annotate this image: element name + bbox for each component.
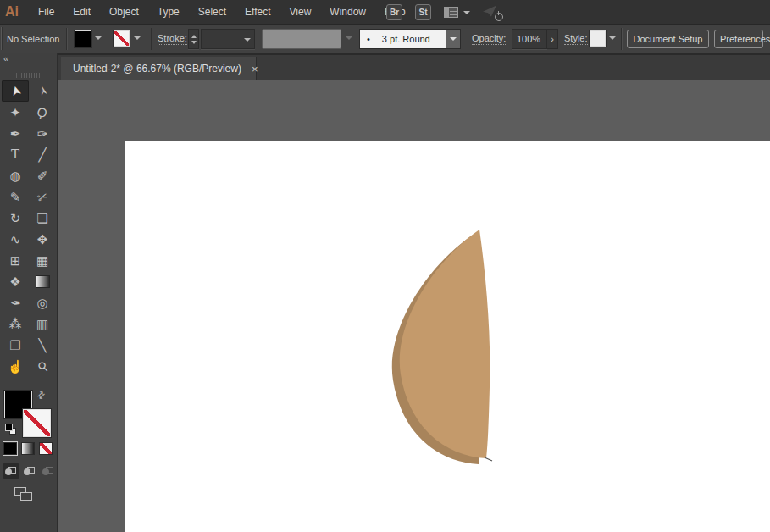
tab-close-icon[interactable]: × <box>252 64 258 75</box>
artboard-tool[interactable]: ❒ <box>2 335 29 356</box>
pen-tool[interactable]: ✒ <box>2 123 29 144</box>
free-transform-tool-icon: ✥ <box>37 233 48 246</box>
gradient-mode-button[interactable] <box>21 442 35 455</box>
scissors-tool[interactable]: ✂ <box>29 186 56 208</box>
control-bar-grip[interactable] <box>1 27 4 50</box>
style-swatch[interactable] <box>590 30 606 47</box>
preferences-button[interactable]: Preferences <box>714 30 763 48</box>
brush-definition-combo[interactable]: • 3 pt. Round <box>359 29 446 49</box>
free-transform-tool[interactable]: ✥ <box>29 229 56 250</box>
zoom-tool-icon: ⚲ <box>35 358 50 374</box>
line-segment-tool[interactable]: ╱ <box>29 144 56 165</box>
crop-mark <box>125 135 125 140</box>
change-screen-mode-button[interactable] <box>14 487 36 504</box>
stock-icon[interactable]: St <box>415 4 431 20</box>
curvature-tool[interactable]: ✑ <box>29 123 56 144</box>
stepper-up-icon[interactable] <box>191 35 197 38</box>
eyedropper-tool[interactable]: ✒ <box>2 292 29 313</box>
stroke-chevron-icon[interactable] <box>134 36 141 40</box>
bridge-icon[interactable]: Br <box>386 4 402 20</box>
stroke-color-swatch[interactable] <box>114 30 130 47</box>
mesh-tool-icon: ❖ <box>9 275 20 288</box>
mesh-tool[interactable]: ❖ <box>2 271 29 292</box>
direct-selection-tool[interactable]: ➢ <box>29 80 56 102</box>
menu-item-window[interactable]: Window <box>320 6 375 18</box>
menu-item-file[interactable]: File <box>29 6 64 18</box>
paintbrush-tool-icon: ✐ <box>37 169 48 182</box>
paintbrush-tool[interactable]: ✐ <box>29 165 56 186</box>
draw-behind-button[interactable] <box>21 463 38 479</box>
panel-drag-grip[interactable] <box>16 73 42 78</box>
menu-item-type[interactable]: Type <box>148 6 189 18</box>
width-tool[interactable]: ∿ <box>2 229 29 250</box>
style-chevron-icon[interactable] <box>609 36 616 40</box>
fill-color-swatch[interactable] <box>75 30 91 47</box>
column-graph-tool[interactable]: ▥ <box>29 313 56 335</box>
stroke-none-swatch[interactable] <box>23 409 51 437</box>
stepper-down-icon[interactable] <box>191 41 197 44</box>
document-tab-title: Untitled-2* @ 66.67% (RGB/Preview) <box>73 63 241 75</box>
document-setup-button[interactable]: Document Setup <box>627 30 709 48</box>
rotate-tool-icon: ↻ <box>10 212 21 224</box>
stroke-weight-stepper[interactable] <box>188 29 199 49</box>
magic-wand-tool[interactable]: ✦ <box>2 102 29 123</box>
separator <box>66 28 68 50</box>
shape-builder-tool[interactable]: ⊞ <box>2 250 29 271</box>
screen-rect-front-icon <box>20 492 32 501</box>
opacity-label[interactable]: Opacity: <box>472 33 506 45</box>
document-tab-strip: Untitled-2* @ 66.67% (RGB/Preview) × <box>58 53 770 80</box>
hand-tool-icon: ☝ <box>8 360 24 373</box>
tool-grid: ➤➢✦Ϙ✒✑T╱◍✐✎✂↻❏∿✥⊞▦❖✒◎⁂▥❒╲☝⚲ <box>2 80 56 377</box>
scale-tool[interactable]: ❏ <box>29 208 56 229</box>
menu-item-view[interactable]: View <box>280 6 321 18</box>
default-fill-stroke-icon[interactable] <box>5 424 18 435</box>
swap-fill-stroke-icon[interactable]: ⇄ <box>35 389 48 402</box>
default-fill-square <box>5 424 13 431</box>
style-label[interactable]: Style: <box>564 33 588 45</box>
perspective-grid-tool[interactable]: ▦ <box>29 250 56 271</box>
opacity-input[interactable]: 100% <box>512 29 547 49</box>
menu-item-effect[interactable]: Effect <box>235 6 280 18</box>
menu-item-edit[interactable]: Edit <box>64 6 100 18</box>
menu-item-object[interactable]: Object <box>100 6 148 18</box>
no-selection-label: No Selection <box>7 25 59 53</box>
share-icon[interactable] <box>483 4 505 21</box>
color-mode-button[interactable] <box>3 442 17 455</box>
lasso-tool[interactable]: Ϙ <box>29 102 56 123</box>
chevron-down-icon[interactable] <box>244 38 251 42</box>
magic-wand-tool-icon: ✦ <box>10 106 21 119</box>
menu-bar: Ai FileEditObjectTypeSelectEffectViewWin… <box>0 0 770 25</box>
workspace-switcher[interactable] <box>444 7 470 18</box>
artboard[interactable] <box>125 141 770 532</box>
zoom-tool[interactable]: ⚲ <box>29 356 56 377</box>
separator <box>621 28 623 50</box>
rotate-tool[interactable]: ↻ <box>2 208 29 229</box>
artwork-canvas[interactable] <box>125 141 770 532</box>
drawing-mode-row <box>3 463 57 479</box>
type-tool[interactable]: T <box>2 144 29 165</box>
brush-dot-preview: • <box>367 34 370 44</box>
illustrator-logo: Ai <box>5 4 19 19</box>
shape-builder-tool-icon: ⊞ <box>10 254 21 267</box>
blend-tool[interactable]: ◎ <box>29 292 56 313</box>
draw-inside-button <box>40 463 57 479</box>
document-tab[interactable]: Untitled-2* @ 66.67% (RGB/Preview) × <box>61 57 257 80</box>
shaper-tool[interactable]: ✎ <box>2 186 29 208</box>
slice-tool[interactable]: ╲ <box>29 335 56 356</box>
gradient-tool[interactable] <box>29 271 56 292</box>
menu-item-select[interactable]: Select <box>189 6 235 18</box>
brush-combo-chevron[interactable] <box>446 29 461 49</box>
brush-definition-value: 3 pt. Round <box>382 34 430 44</box>
pasteboard[interactable] <box>58 80 770 532</box>
panel-collapse-icon[interactable]: « <box>3 53 9 64</box>
opacity-more-button[interactable]: › <box>547 29 558 49</box>
none-mode-button[interactable] <box>39 442 53 455</box>
fill-chevron-icon[interactable] <box>95 36 102 40</box>
stroke-label[interactable]: Stroke: <box>158 33 187 45</box>
ellipse-tool[interactable]: ◍ <box>2 165 29 186</box>
draw-normal-button[interactable] <box>3 463 19 479</box>
symbol-sprayer-tool[interactable]: ⁂ <box>2 313 29 335</box>
selection-tool[interactable]: ➤ <box>2 80 29 102</box>
hand-tool[interactable]: ☝ <box>2 356 29 377</box>
stroke-weight-combo[interactable] <box>201 29 255 49</box>
